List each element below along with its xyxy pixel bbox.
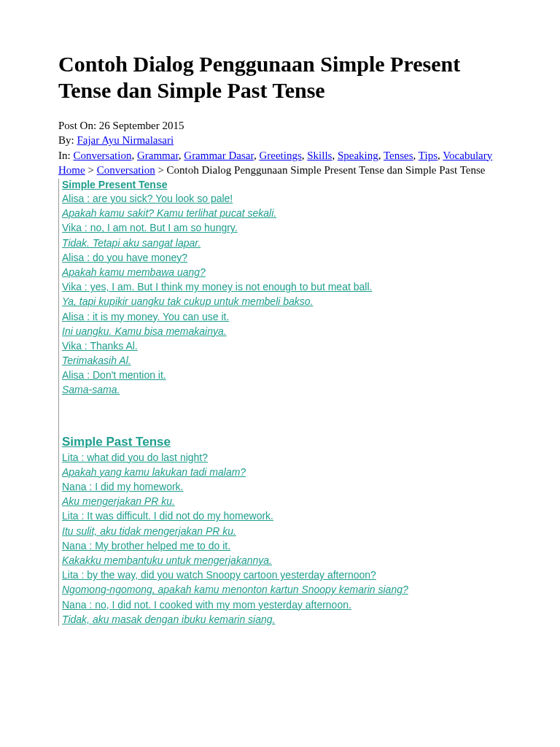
- dialog-line: Vika : Thanks Al.: [62, 339, 502, 352]
- translation-line: Itu sulit, aku tidak mengerjakan PR ku.: [62, 525, 502, 538]
- category-link[interactable]: Skills: [307, 150, 332, 161]
- dialog-line: Alisa : are you sick? You look so pale!: [62, 192, 502, 205]
- in-label: In:: [58, 150, 73, 161]
- translation-line: Tidak, aku masak dengan ibuku kemarin si…: [62, 613, 502, 626]
- spacer: [62, 422, 502, 433]
- dialog-line: Alisa : Don't mention it.: [62, 368, 502, 382]
- content-area: Simple Present Tense Alisa : are you sic…: [58, 179, 502, 626]
- author-link[interactable]: Fajar Ayu Nirmalasari: [77, 134, 174, 146]
- translation-line: Aku mengerjakan PR ku.: [62, 495, 502, 508]
- translation-line: Ngomong-ngomong, apakah kamu menonton ka…: [62, 583, 502, 596]
- dialog-line: Vika : yes, I am. But I think my money i…: [62, 280, 502, 293]
- dialog-line: Vika : no, I am not. But I am so hungry.: [62, 221, 502, 234]
- dialog-line: Lita : It was difficult. I did not do my…: [62, 509, 502, 522]
- spacer: [62, 398, 502, 410]
- dialog-line: Alisa : it is my money. You can use it.: [62, 310, 502, 323]
- translation-line: Kakakku membantuku untuk mengerjakannya.: [62, 554, 502, 567]
- post-date: Post On: 26 September 2015: [58, 118, 502, 133]
- translation-line: Apakah yang kamu lakukan tadi malam?: [62, 465, 502, 479]
- section-title-past: Simple Past Tense: [62, 435, 502, 449]
- category-link[interactable]: Grammar: [137, 150, 179, 161]
- dialog-line: Nana : no, I did not. I cooked with my m…: [62, 598, 502, 611]
- dialog-line: Lita : by the way, did you watch Snoopy …: [62, 568, 502, 581]
- category-link[interactable]: Vocabulary: [443, 150, 492, 161]
- category-link[interactable]: Greetings: [259, 150, 301, 161]
- section-title-present: Simple Present Tense: [62, 179, 502, 190]
- breadcrumb-current: Contoh Dialog Penggunaan Simple Present …: [167, 164, 486, 176]
- category-link[interactable]: Grammar Dasar: [184, 150, 254, 161]
- translation-line: Sama-sama.: [62, 383, 502, 396]
- dialog-line: Nana : I did my homework.: [62, 480, 502, 493]
- translation-line: Tidak. Tetapi aku sangat lapar.: [62, 236, 502, 249]
- category-link[interactable]: Tenses: [384, 150, 413, 161]
- translation-line: Ya, tapi kupikir uangku tak cukup untuk …: [62, 295, 502, 308]
- translation-line: Ini uangku. Kamu bisa memakainya.: [62, 325, 502, 338]
- breadcrumb-section[interactable]: Conversation: [97, 164, 155, 176]
- dialog-line: Lita : what did you do last night?: [62, 451, 502, 464]
- page-title: Contoh Dialog Penggunaan Simple Present …: [58, 51, 502, 104]
- category-link[interactable]: Speaking: [338, 150, 378, 161]
- translation-line: Apakah kamu sakit? Kamu terlihat pucat s…: [62, 206, 502, 220]
- spacer: [62, 410, 502, 422]
- post-meta: Post On: 26 September 2015 By: Fajar Ayu…: [58, 118, 502, 163]
- dialog-line: Alisa : do you have money?: [62, 251, 502, 264]
- translation-line: Apakah kamu membawa uang?: [62, 266, 502, 279]
- by-label: By:: [58, 134, 77, 146]
- breadcrumb: Home > Conversation > Contoh Dialog Peng…: [58, 163, 502, 177]
- translation-line: Terimakasih Al.: [62, 354, 502, 367]
- dialog-line: Nana : My brother helped me to do it.: [62, 539, 502, 552]
- category-link[interactable]: Tips: [419, 150, 438, 161]
- category-link[interactable]: Conversation: [73, 150, 131, 161]
- breadcrumb-home[interactable]: Home: [58, 164, 85, 176]
